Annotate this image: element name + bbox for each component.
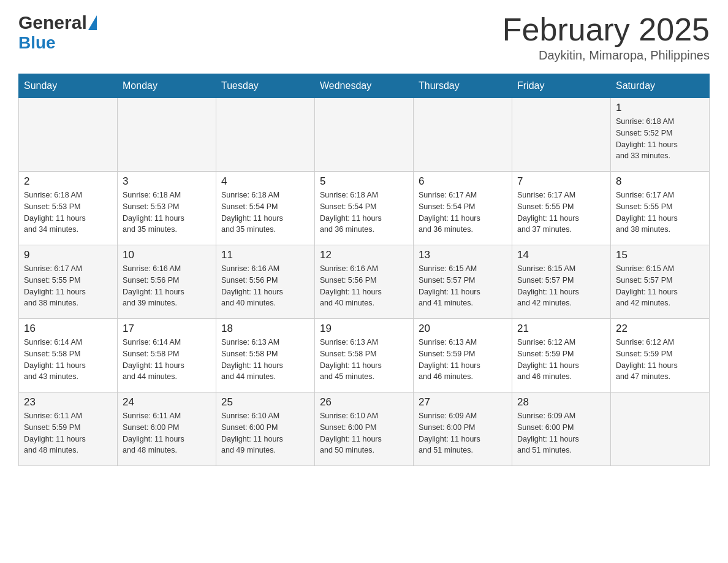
day-info: Sunrise: 6:18 AMSunset: 5:54 PMDaylight:… — [221, 190, 309, 236]
calendar-cell: 24Sunrise: 6:11 AMSunset: 6:00 PMDayligh… — [118, 393, 216, 466]
calendar-cell: 23Sunrise: 6:11 AMSunset: 5:59 PMDayligh… — [19, 393, 118, 466]
calendar-cell: 8Sunrise: 6:17 AMSunset: 5:55 PMDaylight… — [611, 172, 710, 245]
calendar-cell: 9Sunrise: 6:17 AMSunset: 5:55 PMDaylight… — [19, 245, 118, 319]
day-number: 27 — [419, 396, 507, 408]
day-info: Sunrise: 6:15 AMSunset: 5:57 PMDaylight:… — [616, 263, 704, 309]
day-info: Sunrise: 6:09 AMSunset: 6:00 PMDaylight:… — [517, 410, 605, 456]
calendar-cell — [19, 98, 118, 172]
calendar-header-row: SundayMondayTuesdayWednesdayThursdayFrid… — [19, 74, 710, 98]
logo-blue-text: Blue — [18, 33, 56, 53]
day-header-saturday: Saturday — [611, 74, 710, 98]
day-info: Sunrise: 6:17 AMSunset: 5:55 PMDaylight:… — [517, 190, 605, 236]
day-number: 8 — [616, 175, 704, 188]
calendar-cell: 25Sunrise: 6:10 AMSunset: 6:00 PMDayligh… — [216, 393, 315, 466]
day-number: 19 — [320, 323, 408, 335]
day-number: 28 — [517, 396, 605, 408]
calendar-cell: 2Sunrise: 6:18 AMSunset: 5:53 PMDaylight… — [19, 172, 118, 245]
day-number: 11 — [221, 249, 309, 261]
calendar-cell: 10Sunrise: 6:16 AMSunset: 5:56 PMDayligh… — [118, 245, 216, 319]
calendar-cell: 14Sunrise: 6:15 AMSunset: 5:57 PMDayligh… — [512, 245, 611, 319]
day-number: 1 — [616, 102, 704, 114]
day-info: Sunrise: 6:15 AMSunset: 5:57 PMDaylight:… — [517, 263, 605, 309]
day-header-tuesday: Tuesday — [216, 74, 315, 98]
day-number: 15 — [616, 249, 704, 261]
calendar-cell: 12Sunrise: 6:16 AMSunset: 5:56 PMDayligh… — [315, 245, 414, 319]
calendar-cell: 11Sunrise: 6:16 AMSunset: 5:56 PMDayligh… — [216, 245, 315, 319]
calendar-cell: 4Sunrise: 6:18 AMSunset: 5:54 PMDaylight… — [216, 172, 315, 245]
calendar-cell: 1Sunrise: 6:18 AMSunset: 5:52 PMDaylight… — [611, 98, 710, 172]
day-info: Sunrise: 6:13 AMSunset: 5:58 PMDaylight:… — [320, 337, 408, 383]
day-number: 7 — [517, 175, 605, 188]
day-number: 26 — [320, 396, 408, 408]
day-info: Sunrise: 6:17 AMSunset: 5:55 PMDaylight:… — [616, 190, 704, 236]
day-header-sunday: Sunday — [19, 74, 118, 98]
calendar-cell: 13Sunrise: 6:15 AMSunset: 5:57 PMDayligh… — [414, 245, 512, 319]
calendar-cell: 20Sunrise: 6:13 AMSunset: 5:59 PMDayligh… — [414, 319, 512, 393]
day-number: 24 — [123, 396, 211, 408]
calendar-cell: 5Sunrise: 6:18 AMSunset: 5:54 PMDaylight… — [315, 172, 414, 245]
day-info: Sunrise: 6:14 AMSunset: 5:58 PMDaylight:… — [24, 337, 112, 383]
calendar-cell: 26Sunrise: 6:10 AMSunset: 6:00 PMDayligh… — [315, 393, 414, 466]
day-info: Sunrise: 6:17 AMSunset: 5:54 PMDaylight:… — [419, 190, 507, 236]
day-number: 17 — [123, 323, 211, 335]
day-header-monday: Monday — [118, 74, 216, 98]
month-title: February 2025 — [502, 12, 710, 47]
day-number: 21 — [517, 323, 605, 335]
day-info: Sunrise: 6:13 AMSunset: 5:59 PMDaylight:… — [419, 337, 507, 383]
calendar-cell — [611, 393, 710, 466]
day-number: 18 — [221, 323, 309, 335]
calendar-cell: 27Sunrise: 6:09 AMSunset: 6:00 PMDayligh… — [414, 393, 512, 466]
calendar-cell: 3Sunrise: 6:18 AMSunset: 5:53 PMDaylight… — [118, 172, 216, 245]
day-info: Sunrise: 6:18 AMSunset: 5:53 PMDaylight:… — [24, 190, 112, 236]
logo-triangle-icon — [88, 15, 97, 30]
day-info: Sunrise: 6:18 AMSunset: 5:53 PMDaylight:… — [123, 190, 211, 236]
logo: General Blue — [18, 12, 97, 53]
calendar-week-row: 2Sunrise: 6:18 AMSunset: 5:53 PMDaylight… — [19, 172, 710, 245]
day-number: 23 — [24, 396, 112, 408]
day-number: 2 — [24, 175, 112, 188]
day-info: Sunrise: 6:10 AMSunset: 6:00 PMDaylight:… — [221, 410, 309, 456]
day-header-friday: Friday — [512, 74, 611, 98]
calendar-cell: 17Sunrise: 6:14 AMSunset: 5:58 PMDayligh… — [118, 319, 216, 393]
day-info: Sunrise: 6:12 AMSunset: 5:59 PMDaylight:… — [517, 337, 605, 383]
day-info: Sunrise: 6:11 AMSunset: 6:00 PMDaylight:… — [123, 410, 211, 456]
day-number: 4 — [221, 175, 309, 188]
day-info: Sunrise: 6:09 AMSunset: 6:00 PMDaylight:… — [419, 410, 507, 456]
calendar-cell: 28Sunrise: 6:09 AMSunset: 6:00 PMDayligh… — [512, 393, 611, 466]
day-number: 12 — [320, 249, 408, 261]
day-number: 10 — [123, 249, 211, 261]
day-info: Sunrise: 6:17 AMSunset: 5:55 PMDaylight:… — [24, 263, 112, 309]
calendar-cell — [414, 98, 512, 172]
day-number: 14 — [517, 249, 605, 261]
page-header: General Blue February 2025 Daykitin, Mim… — [18, 12, 710, 63]
calendar-cell: 19Sunrise: 6:13 AMSunset: 5:58 PMDayligh… — [315, 319, 414, 393]
day-header-thursday: Thursday — [414, 74, 512, 98]
calendar-cell — [315, 98, 414, 172]
day-number: 20 — [419, 323, 507, 335]
day-info: Sunrise: 6:11 AMSunset: 5:59 PMDaylight:… — [24, 410, 112, 456]
day-info: Sunrise: 6:10 AMSunset: 6:00 PMDaylight:… — [320, 410, 408, 456]
calendar-cell: 18Sunrise: 6:13 AMSunset: 5:58 PMDayligh… — [216, 319, 315, 393]
day-number: 9 — [24, 249, 112, 261]
calendar-cell: 15Sunrise: 6:15 AMSunset: 5:57 PMDayligh… — [611, 245, 710, 319]
day-info: Sunrise: 6:13 AMSunset: 5:58 PMDaylight:… — [221, 337, 309, 383]
day-info: Sunrise: 6:18 AMSunset: 5:54 PMDaylight:… — [320, 190, 408, 236]
day-number: 13 — [419, 249, 507, 261]
calendar-week-row: 1Sunrise: 6:18 AMSunset: 5:52 PMDaylight… — [19, 98, 710, 172]
calendar-cell: 7Sunrise: 6:17 AMSunset: 5:55 PMDaylight… — [512, 172, 611, 245]
title-area: February 2025 Daykitin, Mimaropa, Philip… — [502, 12, 710, 63]
calendar-cell: 22Sunrise: 6:12 AMSunset: 5:59 PMDayligh… — [611, 319, 710, 393]
day-info: Sunrise: 6:15 AMSunset: 5:57 PMDaylight:… — [419, 263, 507, 309]
day-number: 16 — [24, 323, 112, 335]
day-info: Sunrise: 6:14 AMSunset: 5:58 PMDaylight:… — [123, 337, 211, 383]
day-info: Sunrise: 6:16 AMSunset: 5:56 PMDaylight:… — [320, 263, 408, 309]
calendar-cell: 21Sunrise: 6:12 AMSunset: 5:59 PMDayligh… — [512, 319, 611, 393]
calendar-cell: 16Sunrise: 6:14 AMSunset: 5:58 PMDayligh… — [19, 319, 118, 393]
calendar-cell: 6Sunrise: 6:17 AMSunset: 5:54 PMDaylight… — [414, 172, 512, 245]
calendar-cell — [512, 98, 611, 172]
calendar-table: SundayMondayTuesdayWednesdayThursdayFrid… — [18, 74, 710, 466]
day-header-wednesday: Wednesday — [315, 74, 414, 98]
location-text: Daykitin, Mimaropa, Philippines — [502, 48, 710, 63]
day-info: Sunrise: 6:16 AMSunset: 5:56 PMDaylight:… — [221, 263, 309, 309]
calendar-week-row: 23Sunrise: 6:11 AMSunset: 5:59 PMDayligh… — [19, 393, 710, 466]
